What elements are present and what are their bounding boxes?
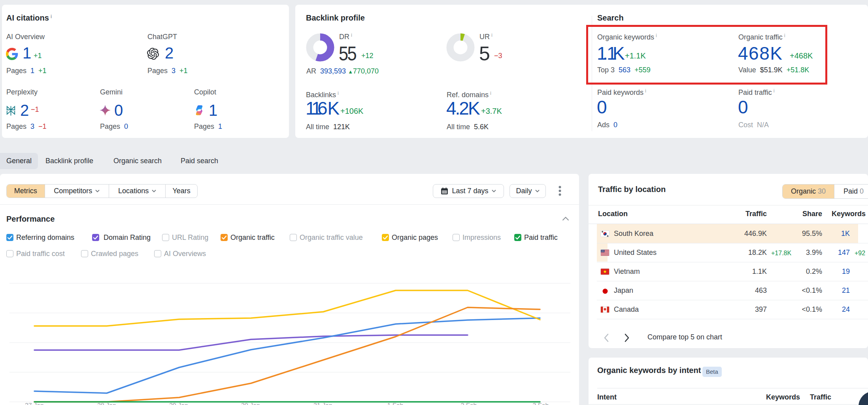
svg-text:28 Jan: 28 Jan [97,402,116,405]
svg-text:30 Jan: 30 Jan [241,402,260,405]
svg-text:29 Jan: 29 Jan [169,402,188,405]
svg-text:27 Jan: 27 Jan [25,402,44,405]
svg-text:3 Feb: 3 Feb [533,402,549,405]
svg-text:2 Feb: 2 Feb [461,402,477,405]
svg-text:31 Jan: 31 Jan [313,402,332,405]
svg-text:1 Feb: 1 Feb [387,402,404,405]
